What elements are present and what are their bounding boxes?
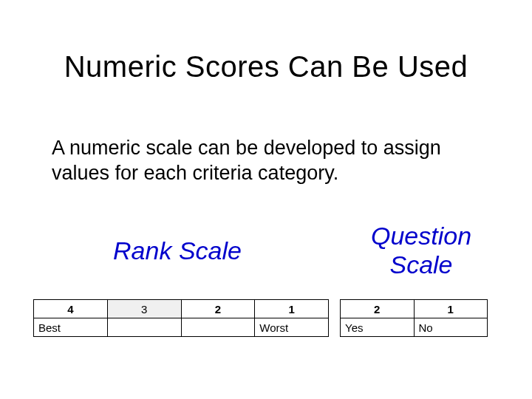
rank-label-worst: Worst — [255, 318, 329, 337]
question-label-no: No — [414, 318, 488, 337]
rank-scale-table: 4 3 2 1 Best Worst — [33, 299, 329, 337]
question-scale-table: 2 1 Yes No — [340, 299, 488, 337]
table-row: Yes No — [341, 318, 488, 337]
rank-label-empty1 — [107, 318, 181, 337]
question-num-2: 2 — [341, 300, 415, 318]
table-row: Best Worst — [34, 318, 329, 337]
rank-num-1: 1 — [255, 300, 329, 318]
table-row: 2 1 — [341, 300, 488, 318]
rank-num-4: 4 — [34, 300, 108, 318]
rank-scale-heading: Rank Scale — [74, 236, 281, 265]
slide-title: Numeric Scores Can Be Used — [0, 50, 532, 83]
rank-label-empty2 — [181, 318, 255, 337]
rank-label-best: Best — [34, 318, 108, 337]
slide: Numeric Scores Can Be Used A numeric sca… — [0, 0, 532, 399]
question-label-yes: Yes — [341, 318, 415, 337]
table-row: 4 3 2 1 — [34, 300, 329, 318]
question-num-1: 1 — [414, 300, 488, 318]
rank-num-3: 3 — [107, 300, 181, 318]
rank-num-2: 2 — [181, 300, 255, 318]
question-scale-heading: Question Scale — [336, 222, 506, 279]
slide-body-text: A numeric scale can be developed to assi… — [52, 136, 480, 186]
